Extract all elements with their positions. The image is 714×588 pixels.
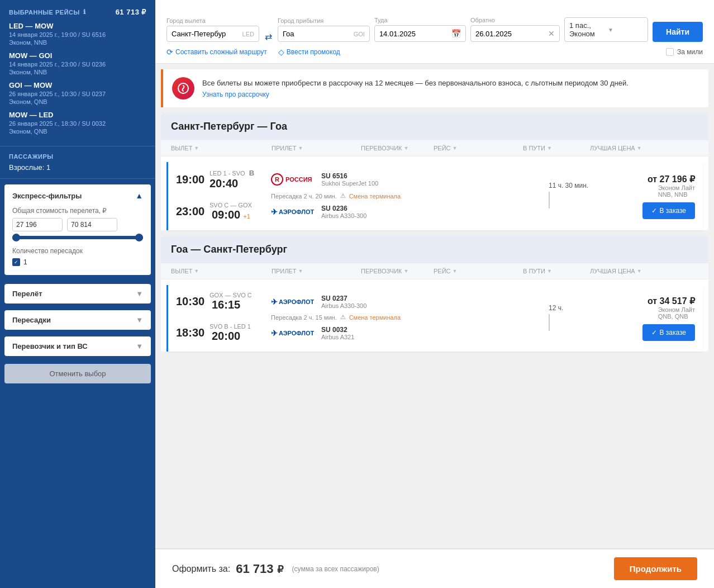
ret-col-flight[interactable]: РЕЙС ▼	[434, 268, 523, 274]
return-flight-card: 10:30 GOX — SVO С 16:15 ✈ АЭРОФЛОТ	[166, 285, 703, 352]
col-arrive[interactable]: ПРИЛЕТ ▼	[272, 145, 361, 151]
aeroflot-logo-1: ✈ АЭРОФЛОТ	[271, 207, 314, 216]
ret-sort-flight-icon: ▼	[453, 268, 458, 274]
price-slider[interactable]	[12, 236, 143, 239]
banner-logo	[172, 77, 194, 99]
outbound-book-button[interactable]: ✓ В заказе	[642, 202, 695, 219]
flight-filter-toggle[interactable]: Перелёт ▼	[12, 290, 143, 298]
outbound-flight-left: 19:00 LED 1 - SVO В 20:40 R РОССИЯ	[176, 169, 544, 224]
outbound-flights-rows: 19:00 LED 1 - SVO В 20:40 R РОССИЯ	[176, 169, 695, 224]
calendar-icon[interactable]: 📅	[451, 29, 461, 38]
col-flight[interactable]: РЕЙС ▼	[434, 145, 523, 151]
passengers-select[interactable]: 1 пас., Эконом ▼	[564, 17, 648, 42]
sidebar-route-2: GOI — MOW 26 января 2025 г., 10:30 / SU …	[9, 81, 146, 105]
clear-return-date-icon[interactable]: ✕	[548, 29, 555, 38]
ret-sort-duration-icon: ▼	[547, 268, 552, 274]
selected-flights-section: ВЫБРАННЫЕ РЕЙСЫ ℹ 61 713 ₽ LED — MOW 14 …	[0, 0, 155, 146]
stops-item[interactable]: ✓ 1	[12, 258, 143, 266]
return-date-wrap[interactable]: ✕	[470, 25, 560, 42]
flight-filter: Перелёт ▼	[4, 284, 151, 304]
outbound-flight-card: 19:00 LED 1 - SVO В 20:40 R РОССИЯ	[166, 162, 703, 230]
complex-route-link[interactable]: ⟳ Составить сложный маршрут	[166, 48, 267, 56]
return-book-button[interactable]: ✓ В заказе	[642, 324, 695, 341]
selected-flights-title: ВЫБРАННЫЕ РЕЙСЫ ℹ 61 713 ₽	[9, 8, 146, 16]
express-filters: Экспресс-фильтры ▲ Общая стоимость перел…	[4, 184, 151, 275]
sidebar-routes: LED — MOW 14 января 2025 г., 19:00 / SU …	[9, 22, 146, 135]
sidebar-total-price: 61 713 ₽	[116, 8, 146, 16]
col-duration[interactable]: В ПУТИ ▼	[523, 145, 590, 151]
search-button[interactable]: Найти	[653, 22, 703, 42]
outbound-leg2-row: 23:00 SVO С — GOX 09:00 +1 ✈ АЭРОФЛО	[176, 202, 544, 221]
depart-date-wrap[interactable]: 📅	[374, 25, 466, 42]
miles-checkbox[interactable]	[666, 48, 674, 56]
return-flight-left: 10:30 GOX — SVO С 16:15 ✈ АЭРОФЛОТ	[176, 292, 544, 345]
results-area: Санкт-Петербург — Гоа ВЫЛЕТ ▼ ПРИЛЕТ ▼ П…	[155, 107, 714, 402]
dest-code: GOI	[354, 31, 365, 37]
carrier-filter-toggle[interactable]: Перевозчик и тип ВС ▼	[12, 342, 143, 350]
return-date-input[interactable]	[475, 30, 545, 38]
terminal-change-link[interactable]: Смена терминала	[349, 193, 401, 200]
rossiya-logo: R РОССИЯ	[271, 173, 312, 186]
cancel-button[interactable]: Отменить выбор	[4, 364, 151, 383]
return-leg1-row: 10:30 GOX — SVO С 16:15 ✈ АЭРОФЛОТ	[176, 292, 544, 311]
outbound-plus1: +1	[243, 213, 250, 220]
col-depart[interactable]: ВЫЛЕТ ▼	[171, 145, 272, 151]
outbound-cols-header: ВЫЛЕТ ▼ ПРИЛЕТ ▼ ПЕРЕВОЗЧИК ▼ РЕЙС ▼	[161, 140, 708, 157]
ret-col-duration[interactable]: В ПУТИ ▼	[523, 268, 590, 274]
ret-col-price[interactable]: ЛУЧШАЯ ЦЕНА ▼	[590, 268, 698, 274]
sidebar-route-3: MOW — LED 26 января 2025 г., 18:30 / SU …	[9, 111, 146, 135]
stops-checkbox[interactable]: ✓	[12, 258, 20, 266]
outbound-dep1-time: 19:00	[176, 173, 210, 186]
ret-col-carrier[interactable]: ПЕРЕВОЗЧИК ▼	[361, 268, 434, 274]
check-icon: ✓	[651, 207, 657, 215]
outbound-carrier2: ✈ АЭРОФЛОТ	[271, 207, 321, 216]
return-header: Гоа — Санкт-Петербург	[161, 236, 708, 263]
footer-price: 61 713 ₽	[236, 562, 283, 576]
return-price-class: Эконом ЛайтQNB, QNB	[658, 306, 695, 320]
origin-input[interactable]	[172, 30, 240, 38]
continue-button[interactable]: Продолжить	[614, 557, 697, 580]
return-title: Гоа — Санкт-Петербург	[171, 244, 698, 255]
sort-carrier-icon: ▼	[404, 145, 409, 151]
ret-duration-line	[549, 314, 550, 331]
chevron-down-icon: ▼	[136, 290, 143, 298]
sort-flight-icon: ▼	[453, 145, 458, 151]
outbound-dep2-airports: SVO С — GOX 09:00 +1	[210, 202, 271, 221]
chevron-down-passengers-icon: ▼	[608, 27, 643, 33]
origin-input-wrap[interactable]: LED	[166, 26, 259, 42]
sort-price-icon: ▼	[637, 145, 642, 151]
promo-link[interactable]: ◇ Ввести промокод	[278, 48, 340, 56]
destination-input[interactable]	[283, 30, 351, 38]
return-dep2-time: 18:30	[176, 326, 210, 339]
sort-arrive-icon: ▼	[298, 145, 303, 151]
sidebar: ВЫБРАННЫЕ РЕЙСЫ ℹ 61 713 ₽ LED — MOW 14 …	[0, 0, 155, 588]
depart-date-input[interactable]	[379, 30, 448, 38]
outbound-title: Санкт-Петербург — Гоа	[171, 121, 698, 132]
destination-input-wrap[interactable]: GOI	[278, 26, 370, 42]
ret-col-arrive[interactable]: ПРИЛЕТ ▼	[272, 268, 361, 274]
price-min-input[interactable]	[12, 218, 63, 231]
depart-date-field: Туда 📅	[374, 17, 466, 42]
return-duration-col: 12 ч.	[544, 292, 606, 345]
price-max-input[interactable]	[67, 218, 117, 231]
col-carrier[interactable]: ПЕРЕВОЗЧИК ▼	[361, 145, 434, 151]
connections-filter-toggle[interactable]: Пересадки ▼	[12, 316, 143, 324]
aeroflot-logo-3: ✈ АЭРОФЛОТ	[271, 329, 314, 338]
ret-col-depart[interactable]: ВЫЛЕТ ▼	[171, 268, 272, 274]
return-dep2-airports: SVO В - LED 1 20:00	[210, 323, 271, 343]
outbound-carrier1: R РОССИЯ	[271, 173, 321, 186]
footer-bar: Оформить за: 61 713 ₽ (сумма за всех пас…	[155, 548, 714, 588]
outbound-duration-col: 11 ч. 30 мин.	[544, 169, 606, 224]
swap-button[interactable]: ⇄	[264, 31, 273, 42]
filters-toggle[interactable]: Экспресс-фильтры ▲	[12, 191, 143, 200]
outbound-leg1-row: 19:00 LED 1 - SVO В 20:40 R РОССИЯ	[176, 169, 544, 190]
duration-line	[549, 192, 550, 208]
passengers-section: ПАССАЖИРЫ Взрослые: 1	[0, 146, 155, 179]
banner-link[interactable]: Узнать про рассрочку	[202, 91, 629, 98]
terminal-change-icon: ⚠	[340, 192, 346, 200]
info-icon[interactable]: ℹ	[83, 8, 86, 16]
ret-terminal-change-link[interactable]: Смена терминала	[349, 314, 401, 321]
sort-depart-icon: ▼	[194, 145, 199, 151]
origin-field: Город вылета LED	[166, 17, 259, 42]
col-price[interactable]: ЛУЧШАЯ ЦЕНА ▼	[590, 145, 698, 151]
